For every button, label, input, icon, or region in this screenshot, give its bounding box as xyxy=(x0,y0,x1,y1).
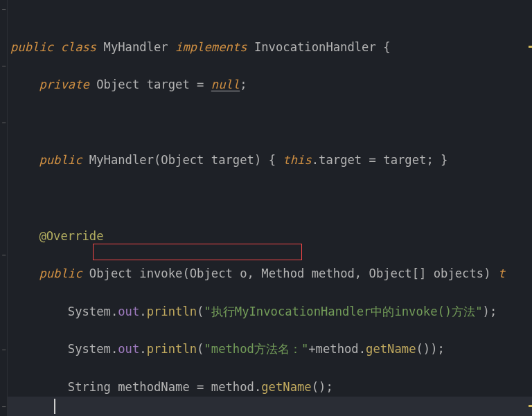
fold-toggle[interactable]: − xyxy=(1,120,7,126)
code-line[interactable]: private Object target = null; xyxy=(8,75,532,94)
kw-throws-truncated: t xyxy=(498,266,505,280)
fn-getName: getName xyxy=(261,380,311,394)
kw-private: private xyxy=(39,78,89,91)
fold-toggle[interactable]: − xyxy=(1,252,7,258)
fn-println: println xyxy=(147,342,197,356)
annotation: @Override xyxy=(39,229,103,243)
ident: System xyxy=(68,305,111,318)
param-name: o xyxy=(240,266,247,280)
param-type: Object xyxy=(161,153,204,167)
fold-toggle[interactable]: − xyxy=(1,347,7,353)
op-plus: + xyxy=(308,342,315,356)
iface-name: InvocationHandler xyxy=(254,40,376,54)
ident: method xyxy=(211,380,254,394)
string-literal: "执行MyInvocationHandler中的invoke()方法" xyxy=(204,305,482,318)
param-type: Method xyxy=(261,266,304,280)
kw-public: public xyxy=(39,153,82,167)
param-name: objects xyxy=(434,266,484,280)
var-name: methodName xyxy=(118,380,189,394)
ident: method xyxy=(316,342,359,356)
fn-println: println xyxy=(147,305,197,318)
field-out: out xyxy=(118,305,139,318)
fold-toggle[interactable]: − xyxy=(1,6,7,12)
caret xyxy=(54,399,55,414)
type: String xyxy=(68,380,111,394)
kw-class: class xyxy=(60,40,96,54)
code-editor[interactable]: − − − − − − public class MyHandler imple… xyxy=(0,0,532,416)
param-type: Object xyxy=(190,266,233,280)
code-line[interactable] xyxy=(8,189,532,208)
type: Object xyxy=(96,78,139,91)
param-type: Object xyxy=(369,266,412,280)
fold-toggle[interactable]: − xyxy=(1,404,7,410)
code-line[interactable]: String methodName = method.getName(); xyxy=(8,378,532,397)
class-name: MyHandler xyxy=(104,40,168,54)
gutter: − − − − − − xyxy=(0,0,8,416)
code-line[interactable] xyxy=(8,114,532,132)
op-assign: = xyxy=(197,380,204,394)
op-assign: = xyxy=(197,78,204,91)
method-name: invoke xyxy=(139,266,182,280)
field-out: out xyxy=(118,342,139,356)
null-literal: null xyxy=(211,78,240,91)
code-line[interactable]: System.out.println("执行MyInvocationHandle… xyxy=(8,302,532,321)
fn-getName: getName xyxy=(366,342,416,356)
field-name: target xyxy=(147,78,190,91)
code-line[interactable]: public Object invoke(Object o, Method me… xyxy=(8,264,532,283)
kw-implements: implements xyxy=(175,40,247,54)
ctor-name: MyHandler xyxy=(89,153,154,167)
ident: System xyxy=(68,342,111,356)
code-line[interactable]: @Override xyxy=(8,227,532,246)
kw-public: public xyxy=(10,40,53,54)
code-area[interactable]: public class MyHandler implements Invoca… xyxy=(8,0,532,416)
fold-toggle[interactable]: − xyxy=(1,63,7,69)
code-line[interactable]: public class MyHandler implements Invoca… xyxy=(8,38,532,57)
code-line[interactable]: System.out.println("method方法名："+method.g… xyxy=(8,340,532,359)
code-line[interactable]: public MyHandler(Object target) { this.t… xyxy=(8,151,532,170)
string-literal: "method方法名：" xyxy=(204,342,308,356)
return-type: Object xyxy=(89,266,132,280)
param-name: method xyxy=(312,266,355,280)
param-name: target xyxy=(211,153,254,167)
kw-public: public xyxy=(39,266,82,280)
